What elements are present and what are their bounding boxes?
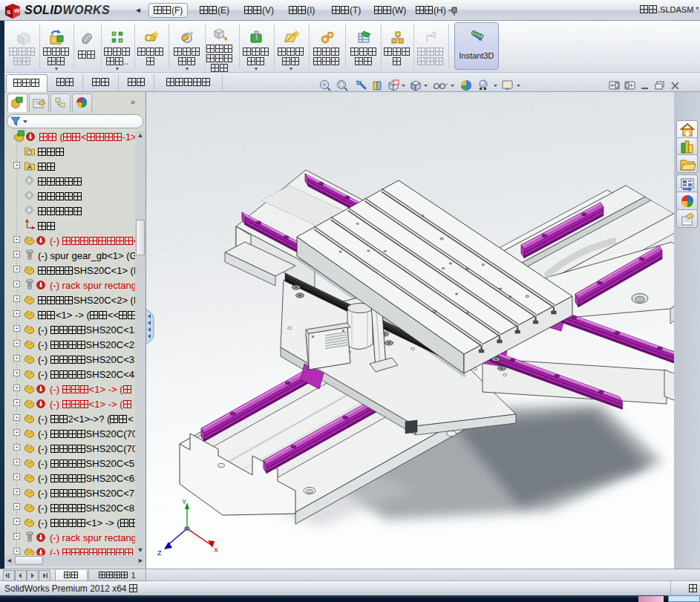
svg-text:X: X bbox=[214, 546, 218, 554]
svg-text:Y: Y bbox=[182, 498, 186, 506]
svg-text:»: » bbox=[131, 97, 135, 106]
svg-text:Z: Z bbox=[157, 549, 162, 557]
svg-text:A: A bbox=[27, 163, 33, 171]
svg-text:W: W bbox=[14, 7, 20, 14]
svg-text:S: S bbox=[7, 9, 11, 16]
